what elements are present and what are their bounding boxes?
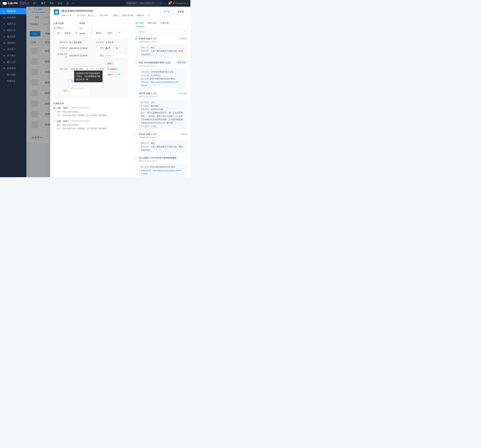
tag-more[interactable]: +4 (116, 31, 122, 35)
phone-icon[interactable]: ✆ (72, 2, 74, 5)
nav-推广[interactable]: 推广 (33, 2, 37, 5)
chevron-up-icon: ▴ (92, 14, 94, 17)
place-order-button[interactable]: 代下单 (161, 9, 173, 14)
personal-tag[interactable]: 标签1 (105, 73, 114, 77)
timeline-item: 定金单 创建人小王已完成2020/01/30 01:38:27跟单方式：电话跟单… (135, 37, 187, 58)
sidebar-item[interactable]: ⊟删人记录 (0, 59, 26, 65)
customer-tag[interactable]: 中意向 (105, 31, 115, 35)
nav-客户[interactable]: 客户 (41, 2, 45, 5)
sidebar-item[interactable]: ☰我的群聊 (0, 14, 26, 21)
right-tab[interactable]: 客户动态 (135, 22, 144, 27)
customer-icon: ▣ (54, 9, 59, 15)
top-nav: 推广客户质检数据 (33, 2, 62, 5)
customer-drawer: ▣ 微信名称6789990000966 昵称：小王 | 客户经理： 张三 ▴ 师… (50, 7, 190, 177)
card-icon[interactable]: ▤ (86, 68, 88, 70)
sidebar-item[interactable]: ⚑标签管理˄ (0, 65, 26, 71)
personal-tag[interactable]: 个人标签12 (105, 67, 120, 71)
manager-select[interactable]: 张三 ▴ (88, 14, 94, 17)
right-tab[interactable]: 聊天记录 (148, 22, 157, 27)
logo: 云朵CRM 教育机构一站式服务云平台 (3, 2, 29, 5)
dropdown-item[interactable]: 张三✓ (77, 26, 91, 31)
customer-tag[interactable]: 一般 (54, 31, 61, 35)
view-detail-button[interactable]: 查看详情 (176, 61, 187, 64)
radio-female[interactable]: 女 (113, 47, 118, 50)
sidebar-sub-item[interactable]: 群聊标签 (0, 78, 26, 84)
deposit-button[interactable]: 交定金 (174, 9, 187, 14)
sidebar-item[interactable]: ✆电话记录 (0, 33, 26, 40)
timeline-item: 进入直播间 759-59班第三期理财直播课2021/01/30 01:38:27… (135, 156, 187, 177)
search-type-select[interactable]: 手机号码 ▾ (125, 2, 138, 5)
sidebar-item[interactable]: ✎我的订单 (0, 27, 26, 33)
tags-label: 客户标签 (54, 27, 62, 29)
timeline-item: 报名单 创建人小王已失败2020/01/30 01:38:27客户经理：小王客户… (135, 92, 187, 130)
sidebar-item[interactable]: ⊞我的商品 (0, 40, 26, 46)
group-chip: 群聊六群 (135, 14, 145, 17)
bell-icon[interactable]: 🔔 (168, 2, 171, 5)
log-item: 小王更新了2021/01/30 01:38:27微信:空值-1367218282… (54, 107, 128, 117)
group-more[interactable]: +4 (146, 14, 151, 17)
nav-数据[interactable]: 数据 (58, 2, 62, 5)
group-chip: 群聊三 (112, 14, 120, 17)
logo-sub: 教育机构一站式服务云平台 (19, 2, 29, 5)
personal-tag[interactable]: 标签1 (105, 62, 114, 66)
ptag-more[interactable]: +4 (116, 73, 122, 77)
group-chip: 群聊一群大群 (121, 14, 135, 17)
radio-male[interactable]: 男 (105, 47, 110, 50)
timeline-item: 购买 4399理财课进阶课程大礼包查看详情2021/01/30 01:38:27… (135, 61, 187, 89)
customer-title: 微信名称6789990000966 (61, 9, 158, 13)
dropdown-item[interactable]: 俱保咏 (77, 31, 91, 36)
section-log-title: 修改记录 (55, 102, 64, 105)
memo-textarea[interactable]: 请输入备注内容 (69, 85, 90, 96)
wechat-input[interactable]: 请输入 (105, 53, 126, 58)
customer-tag[interactable]: 高意向 (94, 31, 104, 35)
sidebar-sub-item[interactable]: 客户标签 (0, 71, 26, 78)
logo-icon (3, 2, 7, 5)
section-info-title: 客户信息 (55, 22, 64, 25)
customer-tag[interactable]: 高意向 (63, 31, 73, 35)
manager-dropdown: 师馨薇张三✓俱保咏 (77, 20, 91, 37)
user-icon[interactable]: 👤 (66, 2, 69, 5)
topbar: 云朵CRM 教育机构一站式服务云平台 推广客户质检数据 👤 ✆ 手机号码 ▾ ⌕… (0, 0, 190, 7)
sidebar-item[interactable]: ⇆客户继承 (0, 53, 26, 59)
activity-filter-select[interactable]: 全部动态▾ (135, 29, 187, 34)
sidebar-item[interactable]: ↻流失客户 (0, 46, 26, 53)
search-input[interactable] (138, 2, 158, 5)
mobile-icon[interactable]: ▯ (165, 2, 166, 5)
nav-质检[interactable]: 质检 (50, 2, 54, 5)
sidebar-item[interactable]: ⚲我的学员 (0, 21, 26, 27)
search-group: 手机号码 ▾ ⌕ (125, 1, 162, 6)
edit-icon[interactable]: ✎ (63, 27, 64, 29)
phone-tooltip: 查询到此手机号码在系统中已存在，可以将两条客户数据合并为一条 (74, 70, 103, 82)
sidebar-item[interactable]: ✧我的好友 (0, 8, 26, 14)
log-item: 小王更新了2021/01/30 01:38:27微信:空值-1367218282… (54, 120, 128, 130)
right-tab[interactable]: 订单记录 (160, 22, 169, 27)
timeline-item: 定金单 创建人小王已取消2020/01/30 01:38:27跟单方式：电话跟单… (135, 133, 187, 154)
logo-text: 云朵CRM (8, 2, 18, 5)
sidebar: ✧我的好友☰我的群聊⚲我的学员✎我的订单✆电话记录⊞我的商品↻流失客户⇆客户继承… (0, 7, 26, 177)
search-icon[interactable]: ⌕ (158, 2, 162, 5)
user-menu[interactable]: manager11▾ (173, 2, 188, 5)
dropdown-item[interactable]: 师馨薇 (77, 21, 91, 26)
